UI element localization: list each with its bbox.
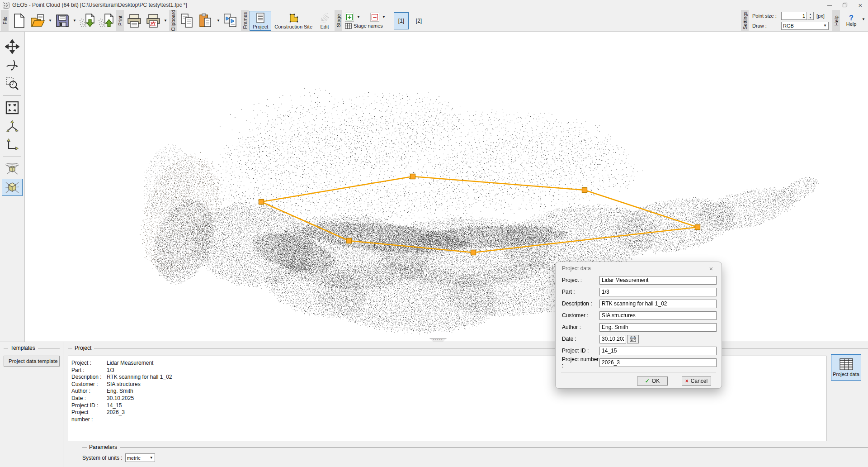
import-point-cloud-button[interactable] xyxy=(78,12,96,30)
point-size-label: Point size : xyxy=(752,13,781,19)
axonometric-axes-button[interactable] xyxy=(2,118,23,135)
project-summary-row: Author :Eng. Smith xyxy=(71,388,826,395)
dialog-title: Project data xyxy=(562,265,591,272)
print-view-button[interactable] xyxy=(144,12,162,30)
project-number-field[interactable] xyxy=(599,358,717,367)
open-file-dropdown[interactable]: ▼ xyxy=(47,12,53,30)
axonometry-view-button[interactable] xyxy=(2,179,23,196)
export-point-cloud-icon xyxy=(97,13,114,29)
project-group: Project Project :Lidar Measurement Part … xyxy=(63,342,868,467)
fit-to-screen-button[interactable] xyxy=(2,99,23,116)
ok-button[interactable]: ✓ OK xyxy=(637,376,668,386)
copy-button[interactable] xyxy=(178,12,196,30)
help-question-icon: ? xyxy=(849,14,854,21)
remove-stage-button[interactable]: − xyxy=(370,13,379,22)
paste-data-icon xyxy=(222,13,239,29)
new-file-button[interactable] xyxy=(10,12,28,30)
stage-names-table-icon xyxy=(345,23,352,29)
zoom-window-tool-button[interactable] xyxy=(2,75,23,92)
date-field[interactable] xyxy=(599,335,626,343)
field-label: Project number : xyxy=(562,356,599,369)
stage-controls: + ▼ − ▼ Stage names xyxy=(343,13,390,29)
pan-tool-button[interactable] xyxy=(2,38,23,55)
stage-names-button[interactable]: Stage names xyxy=(345,23,388,29)
help-label: Help xyxy=(846,21,857,27)
add-stage-dropdown[interactable]: ▼ xyxy=(355,15,362,19)
main-toolbar: File ▼ xyxy=(0,10,868,32)
help-button[interactable]: ? Help ▼ xyxy=(841,11,862,31)
frame-tab-project[interactable]: Project xyxy=(250,11,271,31)
add-stage-button[interactable]: + xyxy=(345,13,354,22)
frame-tab-construction-site-label: Construction Site xyxy=(274,24,312,29)
perspective-icon xyxy=(5,162,20,176)
project-field[interactable] xyxy=(599,276,717,285)
restore-button[interactable] xyxy=(837,0,853,10)
draw-select[interactable]: RGB ▼ xyxy=(781,22,829,30)
dialog-title-bar[interactable]: Project data × xyxy=(556,262,722,275)
stage-tab-1[interactable]: [1] xyxy=(394,12,409,29)
frame-tab-construction-site[interactable]: Construction Site xyxy=(271,11,316,31)
sidebar-separator xyxy=(3,157,21,157)
customer-field[interactable] xyxy=(599,311,717,320)
calendar-button[interactable] xyxy=(627,335,639,343)
project-id-field[interactable] xyxy=(599,347,717,355)
remove-stage-dropdown[interactable]: ▼ xyxy=(381,15,387,19)
minus-icon: − xyxy=(372,14,378,20)
project-data-template-label: Project data template xyxy=(9,358,58,364)
system-of-units-select[interactable]: metric ▼ xyxy=(125,453,155,462)
rotate-orbit-icon xyxy=(5,58,19,72)
save-button[interactable] xyxy=(53,12,71,30)
point-size-input[interactable] xyxy=(781,12,807,20)
author-field[interactable] xyxy=(599,323,717,332)
ok-check-icon: ✓ xyxy=(645,378,650,384)
plan-view-button[interactable] xyxy=(2,136,23,153)
project-summary-row: Project number :2026_3 xyxy=(71,409,826,423)
section-label-help: Help xyxy=(832,10,840,31)
export-point-cloud-button[interactable] xyxy=(97,12,115,30)
rotate-tool-button[interactable] xyxy=(2,57,23,74)
project-data-dialog: Project data × Project : Part : Descript… xyxy=(555,262,722,389)
field-label: Customer : xyxy=(562,312,599,319)
axonometry-cube-icon xyxy=(5,180,20,195)
settings-block: Point size : ▲▼ [px] Draw : RGB ▼ xyxy=(752,11,829,30)
paste-clipboard-icon xyxy=(198,13,214,29)
minimize-button[interactable] xyxy=(822,0,837,10)
print-button[interactable] xyxy=(125,12,143,30)
close-button[interactable]: × xyxy=(853,0,868,10)
cancel-button[interactable]: × Cancel xyxy=(682,376,711,386)
spinner-down-icon[interactable]: ▼ xyxy=(807,16,813,19)
open-file-button[interactable] xyxy=(29,12,47,30)
section-label-clipboard: Clipboard xyxy=(169,10,177,31)
ok-label: OK xyxy=(652,378,660,384)
parameters-group: Parameters System of units : metric ▼ xyxy=(82,441,868,462)
templates-group: Templates Project data template xyxy=(0,342,63,467)
system-of-units-label: System of units : xyxy=(82,455,123,461)
spinner-up-icon[interactable]: ▲ xyxy=(807,12,813,16)
dialog-close-icon[interactable]: × xyxy=(707,265,715,272)
perspective-view-button[interactable] xyxy=(2,160,23,177)
project-data-template-button[interactable]: Project data template xyxy=(4,356,60,367)
print-preview-icon xyxy=(146,14,161,28)
part-field[interactable] xyxy=(599,288,717,296)
construction-site-icon xyxy=(288,13,299,23)
help-dropdown-icon[interactable]: ▼ xyxy=(862,17,865,21)
copy-icon xyxy=(179,13,195,29)
stage-names-label: Stage names xyxy=(354,23,383,29)
point-cloud-canvas[interactable] xyxy=(25,32,868,342)
paste-dropdown[interactable]: ▼ xyxy=(216,12,221,30)
title-bar: GEO5 - Point Cloud (64 bit) [C:\Users\tu… xyxy=(0,0,868,10)
system-of-units-value: metric xyxy=(127,455,141,461)
open-folder-icon xyxy=(30,14,46,28)
print-view-dropdown[interactable]: ▼ xyxy=(163,12,168,30)
paste-data-button[interactable] xyxy=(222,12,240,30)
point-size-spinner[interactable]: ▲▼ xyxy=(807,12,814,20)
cancel-label: Cancel xyxy=(691,378,708,384)
section-label-frames: Frames xyxy=(241,10,249,31)
save-dropdown[interactable]: ▼ xyxy=(72,12,77,30)
frame-tab-edit[interactable]: Edit xyxy=(316,11,334,31)
stage-tab-2[interactable]: [2] xyxy=(411,12,426,29)
pan-icon xyxy=(5,39,19,54)
paste-button[interactable] xyxy=(197,12,215,30)
project-data-button[interactable]: Project data xyxy=(831,354,861,381)
description-field[interactable] xyxy=(599,300,717,308)
